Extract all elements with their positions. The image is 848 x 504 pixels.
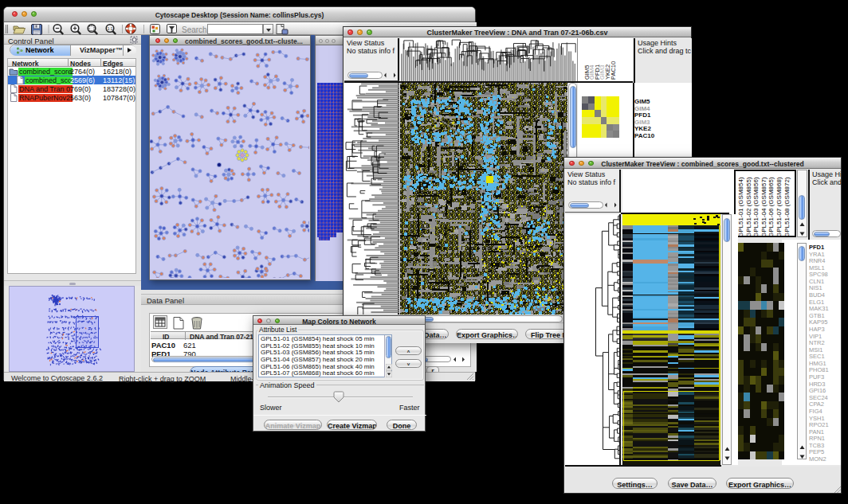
svg-text:GPL51-01 (GSM854): GPL51-01 (GSM854) [737,177,744,237]
svg-text:GPL51-03 (GSM856): GPL51-03 (GSM856) [752,177,760,237]
svg-text:GPL51-07 (GSM868): GPL51-07 (GSM868) [775,177,783,237]
svg-text:GPL51-04 (GSM857): GPL51-04 (GSM857) [760,177,768,237]
svg-text:GPL51-08 (GSM872): GPL51-08 (GSM872) [783,177,791,237]
svg-text:1:1: 1:1 [108,26,113,31]
svg-text:GPL51-02 (GSM855): GPL51-02 (GSM855) [745,177,752,237]
svg-text:PAC10: PAC10 [610,61,617,80]
svg-text:GPL51-06 (GSM865): GPL51-06 (GSM865) [768,177,775,237]
